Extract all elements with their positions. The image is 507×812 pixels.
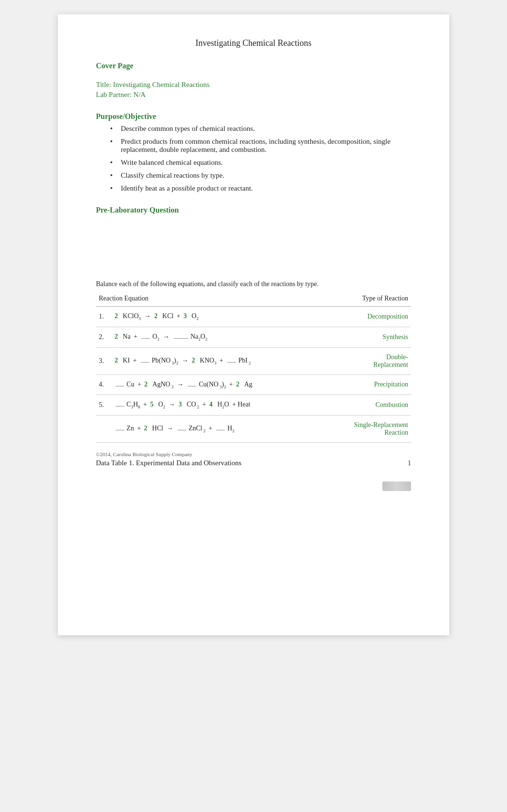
table-row: 3. 2 KI + Pb(NO 3)2 → 2 KNO3 + Pb xyxy=(96,347,411,374)
table-row: Zn + 2 HCl → ZnCl 2 + H2 Single-Replacem… xyxy=(96,416,411,443)
col-header-equation: Reaction Equation xyxy=(96,293,323,307)
purpose-section: Purpose/Objective Describe common types … xyxy=(96,112,411,192)
equation-2: 2 Na + O2 → Na2O2 xyxy=(112,327,323,347)
copyright: ©2014, Carolina Biological Supply Compan… xyxy=(96,451,242,467)
objective-1: Describe common types of chemical reacti… xyxy=(110,125,411,133)
col-header-type: Type of Reaction xyxy=(323,293,411,307)
equation-4: Cu + 2 AgNO 3 → Cu(NO 3)2 + 2 Ag xyxy=(112,374,323,395)
objective-4: Classify chemical reactions by type. xyxy=(110,171,411,180)
table-row: 1. 2 KClO3 → 2 KCl + 3 O2 Decomposition xyxy=(96,307,411,327)
type-3: Double-Replacement xyxy=(323,347,411,374)
balance-instructions: Balance each of the following equations,… xyxy=(96,280,411,288)
prelab-heading: Pre-Laboratory Question xyxy=(96,206,411,214)
row-num-2: 2. xyxy=(96,327,112,347)
row-num-4: 4. xyxy=(96,374,112,395)
cover-heading: Cover Page xyxy=(96,62,411,70)
table-row: 2. 2 Na + O2 → Na2O2 Synthesis xyxy=(96,327,411,347)
cover-title-label: Title: Investigating Chemical Reactions xyxy=(96,81,411,89)
equation-5: C3H8 + 5 O2 → 3 CO 2 + 4 H2O + Heat xyxy=(112,395,323,416)
objective-5: Identify heat as a possible product or r… xyxy=(110,184,411,192)
type-1: Decomposition xyxy=(323,307,411,327)
type-5: Combustion xyxy=(323,395,411,416)
reactions-table: Reaction Equation Type of Reaction 1. 2 … xyxy=(96,293,411,443)
data-table-title: Data Table 1. Experimental Data and Obse… xyxy=(96,459,242,467)
page-title: Investigating Chemical Reactions xyxy=(96,38,411,48)
objective-list: Describe common types of chemical reacti… xyxy=(110,125,411,192)
document-page: Investigating Chemical Reactions Cover P… xyxy=(58,14,449,635)
type-2: Synthesis xyxy=(323,327,411,347)
type-4: Precipitation xyxy=(323,374,411,395)
blurred-image-area xyxy=(96,481,411,491)
row-num-6 xyxy=(96,416,112,443)
row-num-3: 3. xyxy=(96,347,112,374)
row-num-5: 5. xyxy=(96,395,112,416)
equation-6: Zn + 2 HCl → ZnCl 2 + H2 xyxy=(112,416,323,443)
objective-2: Predict products from common chemical re… xyxy=(110,138,411,154)
footer-left: ©2014, Carolina Biological Supply Compan… xyxy=(96,451,242,467)
row-num-1: 1. xyxy=(96,307,112,327)
purpose-heading: Purpose/Objective xyxy=(96,112,411,121)
cover-partner-label: Lab Partner: N/A xyxy=(96,91,411,99)
table-row: 4. Cu + 2 AgNO 3 → Cu(NO 3)2 + 2 xyxy=(96,374,411,395)
objective-3: Write balanced chemical equations. xyxy=(110,159,411,167)
cover-section: Cover Page Title: Investigating Chemical… xyxy=(96,62,411,99)
blurred-image xyxy=(382,481,411,491)
equation-3: 2 KI + Pb(NO 3)2 → 2 KNO3 + PbI 2 xyxy=(112,347,323,374)
equation-1: 2 KClO3 → 2 KCl + 3 O2 xyxy=(112,307,323,327)
table-row: 5. C3H8 + 5 O2 → 3 CO 2 + 4 H2O xyxy=(96,395,411,416)
type-6: Single-ReplacementReaction xyxy=(323,416,411,443)
prelab-section: Pre-Laboratory Question xyxy=(96,206,411,252)
copyright-text: ©2014, Carolina Biological Supply Compan… xyxy=(96,451,192,457)
footer-area: ©2014, Carolina Biological Supply Compan… xyxy=(96,451,411,467)
page-number: 1 xyxy=(408,459,411,467)
